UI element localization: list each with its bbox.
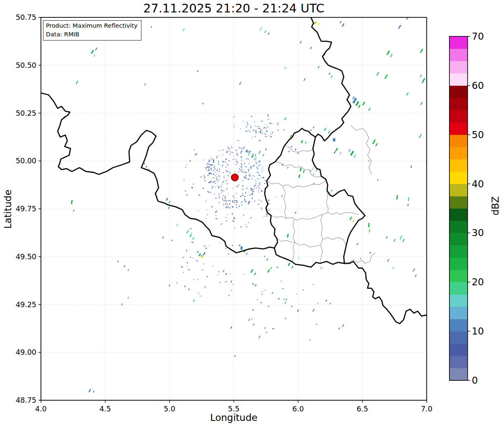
svg-text:10: 10 [472,326,484,337]
map-plot: 4.04.55.05.56.06.57.048.7549.0049.2549.5… [0,0,504,430]
svg-text:4.0: 4.0 [35,405,47,413]
annotation-product-line: Product: Maximum Reflectivity [46,22,138,30]
svg-text:49.00: 49.00 [16,348,36,356]
product-annotation-box: Product: Maximum Reflectivity Data: RMIB [43,20,141,41]
gridlines [41,17,427,400]
svg-text:48.75: 48.75 [16,396,36,404]
svg-text:5.0: 5.0 [164,405,175,413]
region-borders [267,126,375,263]
radar-echoes [63,17,428,393]
svg-text:4.5: 4.5 [100,405,111,413]
svg-text:60: 60 [472,80,484,91]
svg-text:0: 0 [472,375,478,386]
svg-text:49.25: 49.25 [16,301,36,309]
x-axis-ticks: 4.04.55.05.56.06.57.0 [35,400,432,413]
svg-text:70: 70 [472,31,484,42]
svg-text:50.25: 50.25 [16,109,36,117]
svg-text:7.0: 7.0 [421,405,432,413]
svg-text:6.0: 6.0 [292,405,304,413]
svg-text:50: 50 [472,129,484,140]
y-axis-label: Latitude [2,168,14,251]
svg-text:49.75: 49.75 [16,205,36,213]
svg-text:49.50: 49.50 [16,253,36,261]
svg-text:30: 30 [472,227,484,238]
svg-text:50.50: 50.50 [16,61,36,69]
y-axis-ticks: 48.7549.0049.2549.5049.7550.0050.2550.50… [16,13,41,404]
svg-text:40: 40 [472,179,484,189]
clutter-echoes [177,115,318,341]
svg-text:50.75: 50.75 [16,13,36,22]
svg-text:5.5: 5.5 [228,405,240,413]
radar-figure: 27.11.2025 21:20 - 21:24 UTC 4.04.55.05.… [0,0,504,430]
x-axis-label: Longitude [41,412,427,423]
svg-text:20: 20 [472,277,484,287]
colorbar-label: dBZ [490,189,502,222]
colorbar-ticks: 010203040506070 [468,31,484,386]
svg-text:50.00: 50.00 [16,157,36,165]
colorbar [449,36,468,381]
annotation-data-line: Data: RMIB [46,30,138,39]
radar-site-marker [231,174,238,181]
svg-text:6.5: 6.5 [357,405,368,413]
